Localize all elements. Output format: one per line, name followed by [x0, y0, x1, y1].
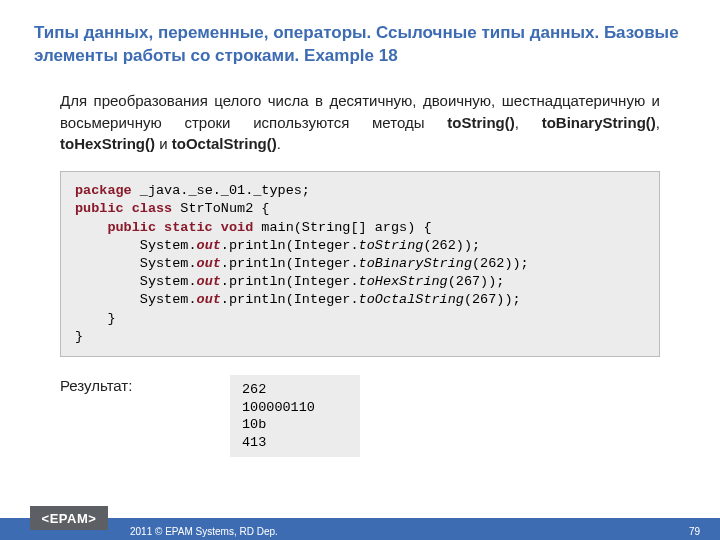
sep: ,: [515, 114, 542, 131]
code-text: .println(Integer.: [221, 274, 359, 289]
footer-page-number: 79: [689, 526, 700, 537]
sep: .: [277, 135, 281, 152]
code-text: System.: [75, 274, 197, 289]
kw-public: public: [75, 201, 124, 216]
code-text: _java._se._01._types;: [132, 183, 310, 198]
kw-package: package: [75, 183, 132, 198]
method-toOctalString: toOctalString(): [172, 135, 277, 152]
method-toBinaryString: toBinaryString(): [542, 114, 656, 131]
method-call: toHexString: [359, 274, 448, 289]
code-text: }: [75, 329, 83, 344]
code-text: StrToNum2 {: [172, 201, 269, 216]
code-text: System.: [75, 256, 197, 271]
slide-title: Типы данных, переменные, операторы. Ссыл…: [34, 22, 686, 68]
code-text: .println(Integer.: [221, 256, 359, 271]
kw-out: out: [197, 256, 221, 271]
code-text: (262));: [423, 238, 480, 253]
code-block: package _java._se._01._types; public cla…: [60, 171, 660, 357]
method-call: toOctalString: [359, 292, 464, 307]
sep: и: [155, 135, 172, 152]
result-row: Результат: 262 100000110 10b 413: [60, 375, 660, 457]
sep: ,: [656, 114, 660, 131]
code-text: main(String[] args) {: [253, 220, 431, 235]
kw-out: out: [197, 238, 221, 253]
method-toHexString: toHexString(): [60, 135, 155, 152]
kw-class: class: [124, 201, 173, 216]
method-toString: toString(): [447, 114, 514, 131]
code-text: (262));: [472, 256, 529, 271]
footer-bar: 2011 © EPAM Systems, RD Dep. 79: [0, 518, 720, 540]
logo-text: <EPAM>: [42, 511, 97, 526]
result-label: Результат:: [60, 375, 230, 394]
method-call: toBinaryString: [359, 256, 472, 271]
footer-copyright: 2011 © EPAM Systems, RD Dep.: [130, 526, 278, 537]
code-text: }: [75, 311, 116, 326]
code-text: (267));: [464, 292, 521, 307]
slide: Типы данных, переменные, операторы. Ссыл…: [0, 0, 720, 540]
description-paragraph: Для преобразования целого числа в десяти…: [60, 90, 660, 155]
code-text: .println(Integer.: [221, 238, 359, 253]
kw-void: void: [213, 220, 254, 235]
kw-static: static: [156, 220, 213, 235]
epam-logo: <EPAM>: [30, 506, 108, 530]
code-text: System.: [75, 238, 197, 253]
code-text: .println(Integer.: [221, 292, 359, 307]
kw-public: public: [107, 220, 156, 235]
code-text: System.: [75, 292, 197, 307]
kw-out: out: [197, 292, 221, 307]
output-block: 262 100000110 10b 413: [230, 375, 360, 457]
kw-out: out: [197, 274, 221, 289]
code-text: (267));: [448, 274, 505, 289]
method-call: toString: [359, 238, 424, 253]
